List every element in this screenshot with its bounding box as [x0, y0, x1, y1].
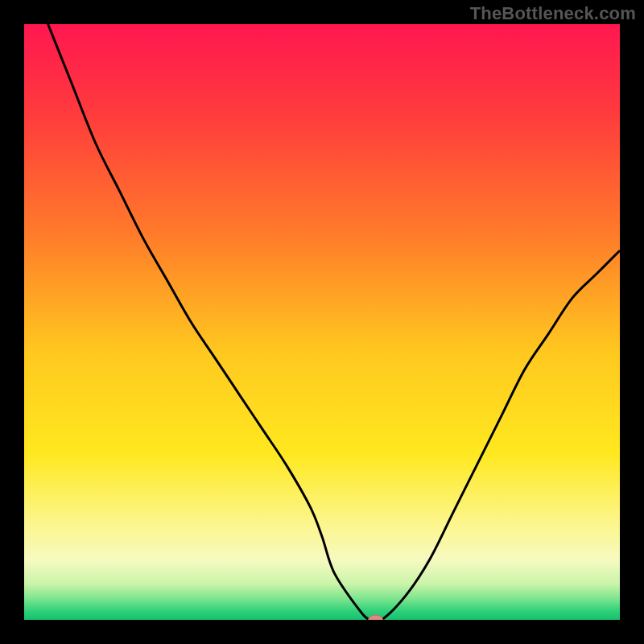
gradient-background: [24, 24, 620, 620]
plot-area: [24, 24, 620, 620]
chart-frame: TheBottleneck.com: [0, 0, 644, 644]
chart-svg: [24, 24, 620, 620]
watermark-text: TheBottleneck.com: [470, 3, 636, 24]
